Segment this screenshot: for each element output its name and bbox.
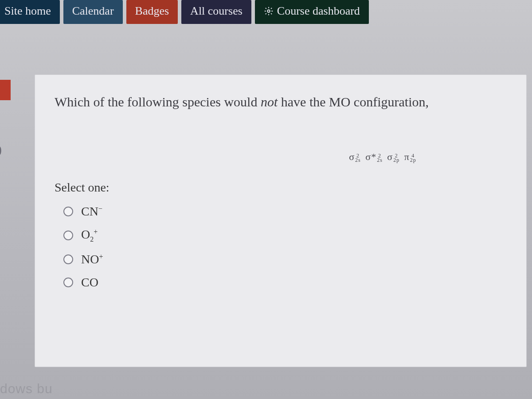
question-text: Which of the following species would not…: [55, 93, 507, 111]
option-c-base: NO: [81, 252, 99, 266]
select-one-label: Select one:: [55, 180, 507, 195]
formula-t3-sub: 2p: [393, 158, 399, 162]
option-o2-plus[interactable]: O2+: [63, 227, 507, 243]
option-label: CO: [81, 275, 98, 289]
sidebar-fragment: ): [0, 142, 2, 157]
option-label: O2+: [81, 227, 98, 243]
gear-icon: [264, 6, 274, 16]
formula-t2-base: σ*: [365, 151, 376, 162]
question-suffix: have the MO configuration,: [278, 94, 429, 109]
nav-site-home[interactable]: Site home: [0, 0, 60, 24]
nav-badges[interactable]: Badges: [126, 0, 178, 24]
radio-icon: [63, 231, 73, 240]
formula-t4-sub: 2p: [410, 158, 416, 162]
question-emphasis: not: [261, 94, 278, 109]
option-d-base: CO: [81, 275, 98, 289]
radio-icon: [63, 278, 73, 287]
sidebar-indicator: [0, 80, 11, 100]
option-a-sup: −: [98, 205, 102, 212]
option-b-base: O: [81, 227, 90, 241]
formula-t1-base: σ: [349, 151, 355, 162]
option-label: NO+: [81, 252, 103, 266]
radio-icon: [63, 254, 73, 264]
option-cn-minus[interactable]: CN−: [63, 204, 507, 219]
options-list: CN− O2+ NO+ CO: [63, 204, 507, 289]
question-prefix: Which of the following species would: [55, 94, 261, 109]
nav-calendar[interactable]: Calendar: [63, 0, 123, 24]
nav-course-dashboard-label: Course dashboard: [277, 4, 360, 18]
watermark-text: dows bu: [0, 381, 53, 396]
option-b-sub: 2: [90, 235, 94, 243]
formula-t4-base: π: [404, 151, 410, 162]
option-c-sup: +: [99, 252, 103, 260]
nav-course-dashboard[interactable]: Course dashboard: [255, 0, 369, 24]
option-co[interactable]: CO: [63, 275, 507, 289]
option-label: CN−: [81, 204, 102, 219]
option-b-sup: +: [94, 228, 98, 235]
svg-point-0: [267, 10, 270, 12]
formula-t3-base: σ: [387, 151, 393, 162]
option-a-base: CN: [81, 204, 98, 218]
top-nav: Site home Calendar Badges All courses Co…: [0, 0, 532, 27]
mo-configuration-formula: σ22s σ*22s σ22p π42p: [258, 151, 507, 163]
option-no-plus[interactable]: NO+: [63, 252, 507, 266]
formula-t2-sub: 2s: [377, 158, 383, 162]
formula-t1-sub: 2s: [355, 158, 361, 162]
nav-all-courses[interactable]: All courses: [181, 0, 251, 24]
radio-icon: [63, 207, 73, 216]
question-card: Which of the following species would not…: [35, 74, 527, 367]
